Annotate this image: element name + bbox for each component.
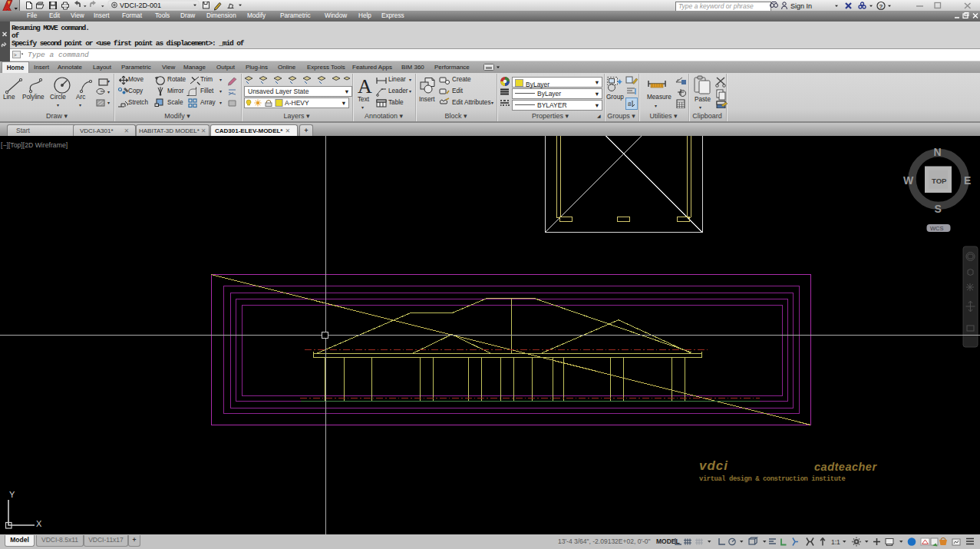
svg-text:A: A (358, 76, 372, 96)
svg-text:[−][Top][2D Wireframe]: [−][Top][2D Wireframe] (1, 141, 68, 149)
svg-text:8: 8 (628, 101, 632, 107)
svg-text:cadteacher: cadteacher (814, 461, 877, 473)
svg-text:N: N (934, 146, 942, 158)
svg-text:1:1: 1:1 (831, 538, 840, 546)
svg-text:E: E (964, 174, 971, 187)
svg-text:S: S (935, 203, 942, 215)
svg-text:VDCI-2D-001: VDCI-2D-001 (120, 2, 161, 9)
svg-text:?: ? (879, 3, 883, 10)
svg-text:virtual design & construction: virtual design & construction institute (699, 475, 845, 483)
svg-text:X: X (36, 519, 42, 528)
svg-text:>: > (14, 52, 17, 58)
svg-text:Y: Y (9, 490, 15, 499)
svg-text:W: W (903, 174, 914, 187)
svg-text:Sign In: Sign In (790, 2, 812, 10)
svg-text:TOP: TOP (932, 177, 947, 185)
svg-text:WCS: WCS (930, 225, 944, 232)
svg-text:vdci: vdci (699, 458, 728, 473)
